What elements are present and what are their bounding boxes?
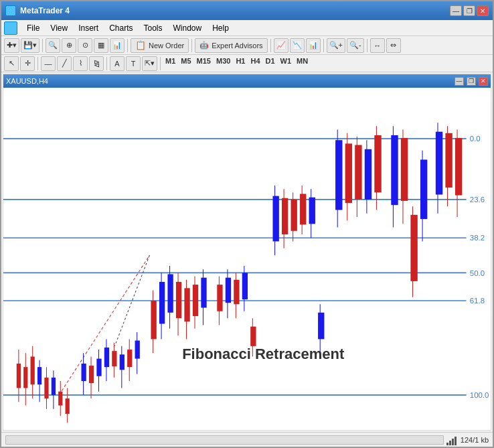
timeframe-m1[interactable]: M1: [163, 57, 177, 70]
text-tool[interactable]: A: [110, 56, 125, 71]
crosshair-tool[interactable]: ✛: [20, 56, 35, 71]
svg-text:50.0: 50.0: [470, 269, 485, 277]
menu-charts[interactable]: Charts: [104, 22, 138, 34]
svg-rect-96: [401, 138, 408, 201]
svg-rect-90: [365, 149, 372, 200]
svg-rect-44: [127, 350, 132, 367]
mdi-title-text: XAUUSD,H4: [6, 77, 452, 85]
toolbar-btn-7[interactable]: 📊: [110, 38, 125, 53]
timeframe-m15[interactable]: M15: [195, 57, 213, 70]
menu-window[interactable]: Window: [168, 22, 208, 34]
svg-rect-70: [250, 327, 256, 346]
timeframe-mn[interactable]: MN: [295, 57, 310, 70]
svg-rect-94: [391, 135, 398, 205]
timeframe-h4[interactable]: H4: [248, 57, 262, 70]
new-order-label: New Order: [149, 42, 184, 50]
svg-rect-62: [217, 285, 222, 311]
minimize-button[interactable]: —: [450, 5, 462, 16]
toolbar-btn-9[interactable]: 📉: [290, 38, 305, 53]
menu-insert[interactable]: Insert: [73, 22, 104, 34]
timeframe-m5[interactable]: M5: [179, 57, 193, 70]
svg-text:0.0: 0.0: [470, 135, 481, 143]
svg-rect-32: [81, 364, 86, 381]
svg-rect-16: [17, 364, 21, 388]
expert-label: Expert Advisors: [212, 42, 262, 50]
chart-svg: 0.0 23.6 38.2 50.0 61.8 100.0: [3, 88, 491, 430]
status-info: 124/1 kb: [446, 435, 489, 445]
mdi-title-bar: XAUUSD,H4 — ❐ ✕: [3, 74, 491, 88]
svg-rect-58: [193, 285, 198, 316]
mdi-close[interactable]: ✕: [479, 77, 488, 86]
toolbar-btn-2[interactable]: 💾▾: [21, 38, 39, 53]
svg-text:23.6: 23.6: [470, 196, 485, 204]
sep-6: [367, 39, 367, 52]
toolbar-btn-8[interactable]: 📈: [274, 38, 289, 53]
timeframe-m30[interactable]: M30: [214, 57, 232, 70]
chart-container: XAUUSD,H4 — ❐ ✕ 0.0 23.6: [3, 74, 491, 431]
svg-rect-76: [291, 200, 297, 231]
svg-rect-92: [374, 135, 381, 193]
mdi-minimize[interactable]: —: [455, 77, 464, 86]
chart-area[interactable]: 0.0 23.6 38.2 50.0 61.8 100.0: [3, 88, 491, 430]
svg-rect-28: [58, 392, 62, 406]
toolbar-btn-1[interactable]: ✚▾: [4, 38, 19, 53]
arrow-tool[interactable]: ↖: [4, 56, 19, 71]
svg-rect-20: [31, 357, 35, 385]
sep-9: [160, 57, 161, 70]
mdi-restore[interactable]: ❐: [467, 77, 476, 86]
svg-rect-26: [52, 378, 56, 395]
sep-7: [37, 57, 38, 70]
timeframe-d1[interactable]: D1: [264, 57, 277, 70]
toolbar-btn-5[interactable]: ⊙: [78, 38, 92, 53]
arrow2-tool[interactable]: ⇱▾: [142, 56, 157, 71]
text2-tool[interactable]: T: [126, 56, 141, 71]
svg-rect-48: [151, 301, 156, 339]
toolbar-btn-6[interactable]: ▦: [94, 38, 108, 53]
sep-8: [106, 57, 107, 70]
zoom-in-button[interactable]: 🔍+: [327, 38, 345, 53]
svg-rect-82: [318, 313, 324, 340]
toolbar-btn-11[interactable]: ↔: [370, 38, 385, 53]
menu-file[interactable]: File: [21, 22, 45, 34]
toolbar-btn-4[interactable]: ⊕: [62, 38, 76, 53]
toolbar-btn-12[interactable]: ⇔: [386, 38, 401, 53]
toolbar-btn-3[interactable]: 🔍: [46, 38, 60, 53]
svg-rect-40: [112, 351, 116, 366]
hline-tool[interactable]: —: [41, 56, 56, 71]
svg-rect-106: [455, 138, 462, 196]
draw-tool[interactable]: ⌇: [73, 56, 88, 71]
status-bar: 124/1 kb: [1, 432, 493, 447]
new-order-button[interactable]: 📋 New Order: [131, 38, 189, 53]
svg-text:38.2: 38.2: [470, 234, 485, 242]
window-title: MetaTrader 4: [20, 6, 446, 15]
close-button[interactable]: ✕: [477, 5, 489, 16]
svg-rect-80: [309, 198, 315, 224]
app-icon: [5, 5, 16, 16]
svg-text:61.8: 61.8: [470, 297, 485, 305]
toolbar-main: ✚▾ 💾▾ 🔍 ⊕ ⊙ ▦ 📊 📋 New Order 🤖 Expert Adv…: [1, 36, 493, 55]
toolbar-drawing: ↖ ✛ — ╱ ⌇ ⧎ A T ⇱▾ M1 M5 M15 M30 H1 H4 D…: [1, 55, 493, 72]
svg-rect-50: [159, 282, 165, 324]
equidistant-tool[interactable]: ⧎: [89, 56, 104, 71]
svg-rect-64: [226, 278, 231, 303]
main-window: MetaTrader 4 — ❐ ✕ File View Insert Char…: [0, 0, 494, 448]
expert-advisors-button[interactable]: 🤖 Expert Advisors: [195, 38, 267, 53]
toolbar-btn-10[interactable]: 📊: [306, 38, 321, 53]
zoom-out-button[interactable]: 🔍-: [347, 38, 364, 53]
svg-rect-56: [184, 288, 189, 321]
svg-rect-38: [104, 348, 109, 367]
timeframe-w1[interactable]: W1: [278, 57, 294, 70]
sep-1: [42, 39, 43, 52]
menu-view[interactable]: View: [45, 22, 73, 34]
restore-button[interactable]: ❐: [463, 5, 475, 16]
timeframe-h1[interactable]: H1: [234, 57, 247, 70]
svg-rect-74: [282, 198, 288, 234]
svg-rect-86: [345, 143, 352, 203]
trendline-tool[interactable]: ╱: [57, 56, 72, 71]
app-logo: [4, 21, 17, 35]
svg-rect-88: [355, 145, 361, 200]
menu-tools[interactable]: Tools: [139, 22, 168, 34]
title-bar: MetaTrader 4 — ❐ ✕: [1, 1, 493, 20]
menu-help[interactable]: Help: [207, 22, 234, 34]
horizontal-scrollbar[interactable]: [5, 435, 444, 445]
